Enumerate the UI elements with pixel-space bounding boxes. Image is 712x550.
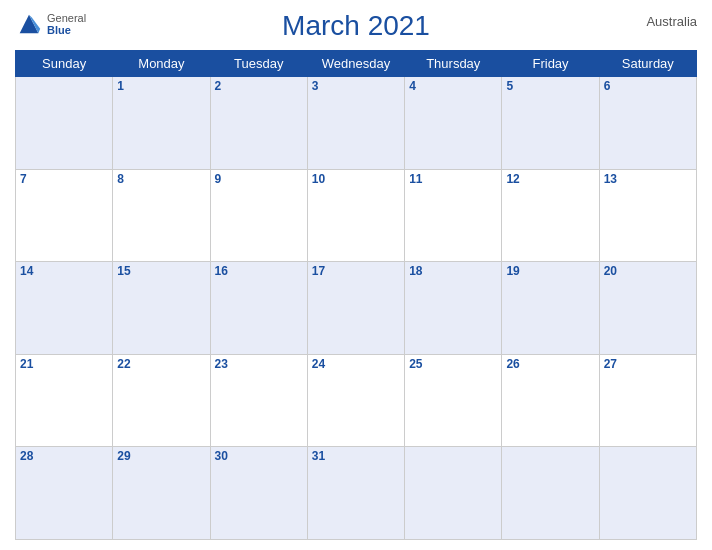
calendar-day-cell: 13 (599, 169, 696, 262)
header-saturday: Saturday (599, 51, 696, 77)
calendar-week-row: 14151617181920 (16, 262, 697, 355)
calendar-week-row: 21222324252627 (16, 354, 697, 447)
header-monday: Monday (113, 51, 210, 77)
calendar-day-cell: 11 (405, 169, 502, 262)
calendar-day-cell: 22 (113, 354, 210, 447)
logo-general: General (47, 12, 86, 24)
header-friday: Friday (502, 51, 599, 77)
calendar-day-cell: 24 (307, 354, 404, 447)
logo: General Blue (15, 10, 86, 38)
calendar-day-cell: 25 (405, 354, 502, 447)
calendar-day-cell: 20 (599, 262, 696, 355)
day-number: 5 (506, 79, 594, 93)
day-number: 12 (506, 172, 594, 186)
calendar-day-cell: 2 (210, 77, 307, 170)
day-number: 30 (215, 449, 303, 463)
calendar-day-cell: 26 (502, 354, 599, 447)
day-number: 14 (20, 264, 108, 278)
day-number: 20 (604, 264, 692, 278)
day-number: 24 (312, 357, 400, 371)
calendar-day-cell: 9 (210, 169, 307, 262)
day-number: 27 (604, 357, 692, 371)
header-sunday: Sunday (16, 51, 113, 77)
calendar-day-cell: 3 (307, 77, 404, 170)
calendar-day-cell: 4 (405, 77, 502, 170)
calendar-week-row: 123456 (16, 77, 697, 170)
calendar-day-cell: 31 (307, 447, 404, 540)
day-number: 9 (215, 172, 303, 186)
day-number: 28 (20, 449, 108, 463)
day-number: 26 (506, 357, 594, 371)
day-number: 23 (215, 357, 303, 371)
day-number: 18 (409, 264, 497, 278)
day-number: 25 (409, 357, 497, 371)
day-number: 22 (117, 357, 205, 371)
calendar-day-cell: 16 (210, 262, 307, 355)
calendar-wrapper: General Blue March 2021 Australia Sunday… (0, 0, 712, 550)
day-number: 6 (604, 79, 692, 93)
day-number: 1 (117, 79, 205, 93)
calendar-day-cell (405, 447, 502, 540)
calendar-day-cell: 6 (599, 77, 696, 170)
calendar-day-cell: 18 (405, 262, 502, 355)
calendar-day-cell: 30 (210, 447, 307, 540)
calendar-day-cell: 19 (502, 262, 599, 355)
day-number: 7 (20, 172, 108, 186)
day-number: 8 (117, 172, 205, 186)
day-number: 11 (409, 172, 497, 186)
calendar-header: General Blue March 2021 Australia (15, 10, 697, 42)
calendar-day-cell: 28 (16, 447, 113, 540)
calendar-day-cell: 8 (113, 169, 210, 262)
calendar-day-cell: 7 (16, 169, 113, 262)
calendar-day-cell: 17 (307, 262, 404, 355)
header-wednesday: Wednesday (307, 51, 404, 77)
header-tuesday: Tuesday (210, 51, 307, 77)
day-number: 3 (312, 79, 400, 93)
day-number: 29 (117, 449, 205, 463)
calendar-day-cell (502, 447, 599, 540)
calendar-day-cell: 12 (502, 169, 599, 262)
calendar-day-cell: 21 (16, 354, 113, 447)
days-header-row: Sunday Monday Tuesday Wednesday Thursday… (16, 51, 697, 77)
calendar-day-cell: 15 (113, 262, 210, 355)
day-number: 15 (117, 264, 205, 278)
logo-blue: Blue (47, 24, 86, 36)
calendar-day-cell (16, 77, 113, 170)
calendar-day-cell: 5 (502, 77, 599, 170)
day-number: 13 (604, 172, 692, 186)
calendar-week-row: 78910111213 (16, 169, 697, 262)
calendar-day-cell: 23 (210, 354, 307, 447)
logo-icon (15, 10, 43, 38)
day-number: 21 (20, 357, 108, 371)
calendar-day-cell (599, 447, 696, 540)
day-number: 19 (506, 264, 594, 278)
day-number: 16 (215, 264, 303, 278)
day-number: 10 (312, 172, 400, 186)
day-number: 4 (409, 79, 497, 93)
calendar-day-cell: 27 (599, 354, 696, 447)
calendar-day-cell: 1 (113, 77, 210, 170)
calendar-week-row: 28293031 (16, 447, 697, 540)
day-number: 31 (312, 449, 400, 463)
day-number: 17 (312, 264, 400, 278)
country-label: Australia (646, 14, 697, 29)
calendar-day-cell: 10 (307, 169, 404, 262)
calendar-day-cell: 14 (16, 262, 113, 355)
calendar-title: March 2021 (282, 10, 430, 42)
calendar-day-cell: 29 (113, 447, 210, 540)
header-thursday: Thursday (405, 51, 502, 77)
calendar-table: Sunday Monday Tuesday Wednesday Thursday… (15, 50, 697, 540)
day-number: 2 (215, 79, 303, 93)
